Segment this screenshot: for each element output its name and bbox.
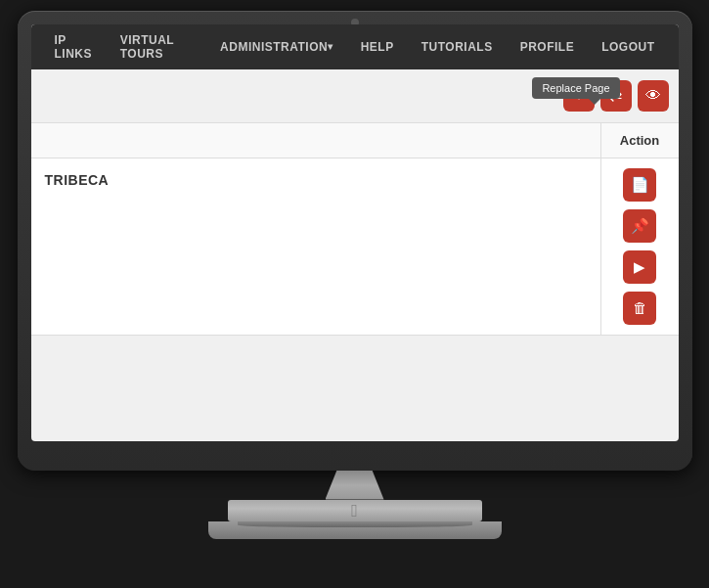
action-column-header: Action	[600, 123, 679, 158]
screen: IP LINKS VIRTUAL TOURS ADMINISTRATION HE…	[31, 24, 679, 441]
youtube-button[interactable]: ▶	[623, 250, 656, 284]
monitor-bezel: IP LINKS VIRTUAL TOURS ADMINISTRATION HE…	[18, 11, 692, 471]
nav-item-tutorials[interactable]: TUTORIALS	[408, 24, 507, 69]
nav-item-profile[interactable]: PROFILE	[507, 24, 589, 69]
row-name-cell: TRIBECA	[31, 158, 600, 202]
navbar: IP LINKS VIRTUAL TOURS ADMINISTRATION HE…	[31, 24, 679, 69]
apple-logo: 	[351, 500, 358, 520]
pin-button[interactable]: 📌	[623, 209, 656, 243]
document-icon: 📄	[631, 176, 649, 194]
main-column-header	[31, 123, 600, 158]
nav-item-ip-links[interactable]: IP LINKS	[41, 24, 107, 69]
replace-page-tooltip: Replace Page	[532, 77, 619, 99]
table-header-row: Action	[31, 123, 679, 158]
table-row: TRIBECA 📄 📌 ▶ 🗑	[31, 158, 679, 336]
table-area: Action TRIBECA 📄 📌 ▶	[31, 123, 679, 336]
monitor-base: 	[228, 500, 482, 521]
nav-item-administration[interactable]: ADMINISTRATION	[206, 24, 347, 69]
nav-item-virtual-tours[interactable]: VIRTUAL TOURS	[107, 24, 206, 69]
nav-item-help[interactable]: HELP	[347, 24, 408, 69]
view-button[interactable]: 👁	[638, 80, 669, 112]
monitor-neck	[326, 471, 384, 500]
row-action-col: 📄 📌 ▶ 🗑	[600, 158, 679, 335]
trash-icon: 🗑	[633, 299, 647, 316]
delete-button[interactable]: 🗑	[623, 292, 656, 325]
monitor-wrapper: IP LINKS VIRTUAL TOURS ADMINISTRATION HE…	[13, 11, 697, 578]
youtube-icon: ▶	[634, 258, 645, 276]
eye-icon: 👁	[645, 87, 661, 105]
pin-icon: 📌	[631, 217, 649, 235]
nav-item-logout[interactable]: LOGOUT	[588, 24, 668, 69]
document-button[interactable]: 📄	[623, 168, 656, 202]
toolbar-row: Replace Page ＋ ⇄ 👁	[31, 69, 679, 123]
